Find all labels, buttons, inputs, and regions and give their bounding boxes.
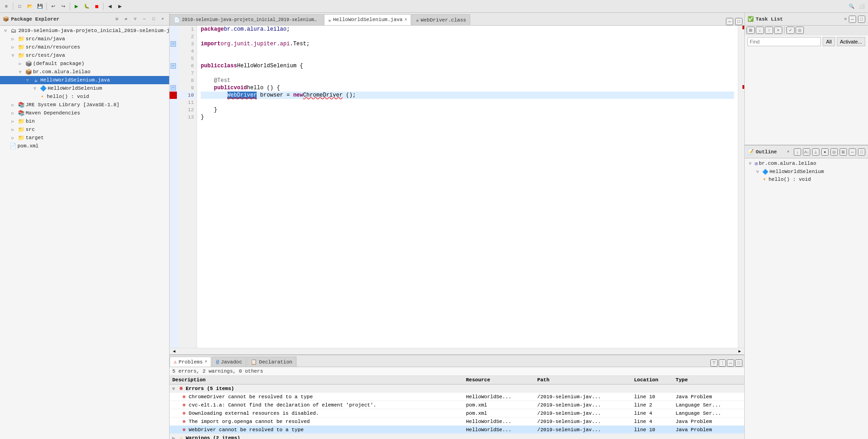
editor-maximize-btn[interactable]: □: [735, 18, 742, 25]
problems-minimize-btn[interactable]: ─: [727, 359, 734, 367]
tree-br-com-alura-leilao[interactable]: ▽ 📦 br.com.alura.leilao: [0, 68, 169, 76]
tree-pom-xml[interactable]: 📄 pom.xml: [0, 142, 169, 150]
tree-jre-library[interactable]: ▷ 📚 JRE System Library [JavaSE-1.8]: [0, 101, 169, 109]
maximize-panel-btn[interactable]: □: [150, 16, 157, 23]
task-all-btn[interactable]: All: [823, 37, 835, 46]
scroll-left-btn[interactable]: ◀: [170, 348, 179, 354]
close-panel-btn[interactable]: ×: [159, 16, 166, 23]
outline-btn-4[interactable]: ●: [821, 148, 829, 156]
toolbar-debug-btn[interactable]: 🐛: [82, 2, 91, 11]
toolbar-open-btn[interactable]: 📂: [25, 2, 34, 11]
task-btn-6[interactable]: ◎: [796, 27, 804, 34]
tree-default-package[interactable]: ▷ 📦 (default package): [0, 60, 169, 68]
problem-row-5[interactable]: ⊗ WebDriver cannot be resolved to a type…: [170, 426, 744, 434]
task-minimize-btn[interactable]: ─: [849, 16, 856, 23]
toolbar-back-btn[interactable]: ◀: [105, 2, 115, 11]
tree-project[interactable]: ▽ 🗂 2019-selenium-java-projeto_inicial_2…: [0, 27, 169, 35]
task-list-close[interactable]: ×: [844, 16, 847, 22]
task-find-input[interactable]: [747, 37, 821, 46]
editor-minimize-btn[interactable]: ─: [726, 18, 733, 25]
tab-problems-close[interactable]: ×: [204, 359, 207, 364]
tab-javadoc[interactable]: @ Javadoc: [212, 357, 246, 367]
tree-src-test-java[interactable]: ▽ 📁 src/test/java: [0, 51, 169, 60]
task-activate-btn[interactable]: Activate...: [837, 37, 865, 46]
problem-row-1[interactable]: ⊗ ChromeDriver cannot be resolved to a t…: [170, 393, 744, 401]
minimize-panel-btn[interactable]: ─: [141, 16, 148, 23]
toolbar-search-btn[interactable]: 🔍: [847, 2, 856, 11]
tree-hello-method[interactable]: 🔸 hello() : void: [0, 92, 169, 101]
task-btn-4[interactable]: ×: [774, 27, 782, 34]
warnings-group-header[interactable]: ▷ ⚠ Warnings (2 items): [170, 434, 744, 439]
tree-bin[interactable]: ▷ 📁 bin: [0, 117, 169, 125]
tab-declaration[interactable]: 📋 Declaration: [247, 357, 297, 367]
ln-3: 3: [179, 40, 197, 48]
outline-class[interactable]: ▽ 🔷 HelloWorldSelenium: [745, 168, 868, 176]
toolbar-save-btn[interactable]: 💾: [35, 2, 44, 11]
error-marker-bar-2: [742, 85, 744, 89]
col-description[interactable]: Description: [170, 376, 463, 385]
tree-src-main-java[interactable]: ▷ 📁 src/main/java: [0, 35, 169, 43]
problem-row-4[interactable]: ⊗ The import org.openga cannot be resolv…: [170, 417, 744, 426]
toolbar-run-btn[interactable]: ▶: [72, 2, 81, 11]
scroll-right-btn[interactable]: ▶: [735, 348, 744, 354]
outline-close[interactable]: ×: [785, 148, 792, 156]
code-line-2: [201, 33, 734, 40]
problems-maximize-btn[interactable]: □: [735, 359, 742, 367]
col-resource[interactable]: Resource: [463, 376, 535, 385]
outline-btn-3[interactable]: ⊥: [812, 148, 819, 156]
col-path[interactable]: Path: [534, 376, 631, 385]
tree-src[interactable]: ▷ 📁 src: [0, 125, 169, 134]
tree-src-main-resources[interactable]: ▷ 📁 src/main/resources: [0, 43, 169, 51]
horizontal-scrollbar[interactable]: ◀ ▶: [170, 348, 744, 354]
expand-icon-target: ▷: [9, 134, 16, 141]
toolbar-maximize-btn[interactable]: ⬜: [857, 2, 866, 11]
tree-target[interactable]: ▷ 📁 target: [0, 134, 169, 142]
tab-pom[interactable]: 📄 2019-selenium-java-projeto_inicial_201…: [170, 14, 324, 25]
outline-btn-2[interactable]: A↓: [803, 148, 810, 156]
toolbar-menu-btn[interactable]: ≡: [2, 2, 11, 11]
warnings-expand-icon[interactable]: ▷: [172, 436, 175, 439]
outline-btn-5[interactable]: ◎: [830, 148, 838, 156]
toolbar-new-btn[interactable]: □: [15, 2, 24, 11]
outline-btn-6[interactable]: ⊞: [840, 148, 847, 156]
outline-maximize-btn[interactable]: □: [858, 148, 865, 156]
tree-helloworldselenium-class[interactable]: ▽ 🔷 HelloWorldSelenium: [0, 84, 169, 92]
fold-icon-9[interactable]: −: [170, 85, 176, 91]
fold-icon-6[interactable]: −: [170, 63, 176, 69]
outline-btn-1[interactable]: ↓: [794, 148, 801, 156]
problem-row-3[interactable]: ⊗ Downloading external resources is disa…: [170, 409, 744, 417]
toolbar-forward-btn[interactable]: ▶: [115, 2, 125, 11]
task-btn-3[interactable]: ↑: [765, 27, 773, 34]
task-btn-2[interactable]: ↓: [756, 27, 764, 34]
tab-webdriver[interactable]: ☕ WebDriver.class: [412, 14, 470, 25]
task-list-icon: ✅: [747, 16, 754, 22]
tab-hello[interactable]: ☕ HelloWorldSelenium.java ×: [324, 14, 411, 25]
col-type[interactable]: Type: [673, 376, 744, 385]
view-menu-btn[interactable]: ▽: [132, 16, 139, 23]
problem-row-2[interactable]: ⊗ cvc-elt.1.a: Cannot find the declarati…: [170, 401, 744, 409]
tree-maven-deps[interactable]: ▷ 📚 Maven Dependencies: [0, 109, 169, 117]
tab-hello-close[interactable]: ×: [404, 17, 407, 22]
vertical-scrollbar[interactable]: [738, 26, 744, 348]
task-btn-5[interactable]: ✓: [786, 27, 795, 34]
code-editor[interactable]: − − −: [170, 26, 744, 354]
errors-expand-icon[interactable]: ▽: [172, 387, 175, 391]
code-text-area[interactable]: package br.com.alura.leilao; import org.…: [197, 26, 738, 348]
task-btn-1[interactable]: ⊞: [747, 27, 755, 34]
errors-group-header[interactable]: ▽ ⊗ Errors (5 items): [170, 385, 744, 393]
link-with-editor-btn[interactable]: ⇄: [122, 16, 130, 23]
outline-method[interactable]: 🔸 hello() : void: [745, 176, 868, 183]
fold-icon-3[interactable]: −: [170, 41, 176, 47]
toolbar-stop-btn[interactable]: ◼: [92, 2, 101, 11]
collapse-all-btn[interactable]: ⊟: [113, 16, 121, 23]
problems-options-btn[interactable]: ⋮: [719, 359, 726, 367]
outline-package[interactable]: ▽ ⊞ br.com.alura.leilao: [745, 159, 868, 168]
tree-helloworldselenium-java[interactable]: ▽ ☕ HelloWorldSelenium.java: [0, 76, 169, 84]
tab-problems[interactable]: ⚠ Problems ×: [170, 357, 211, 367]
col-location[interactable]: Location: [631, 376, 673, 385]
toolbar-redo-btn[interactable]: ↪: [59, 2, 68, 11]
outline-minimize-btn[interactable]: ─: [849, 148, 856, 156]
problems-filter-btn[interactable]: ⊤: [710, 359, 718, 367]
toolbar-undo-btn[interactable]: ↩: [49, 2, 58, 11]
task-maximize-btn[interactable]: □: [858, 16, 865, 23]
